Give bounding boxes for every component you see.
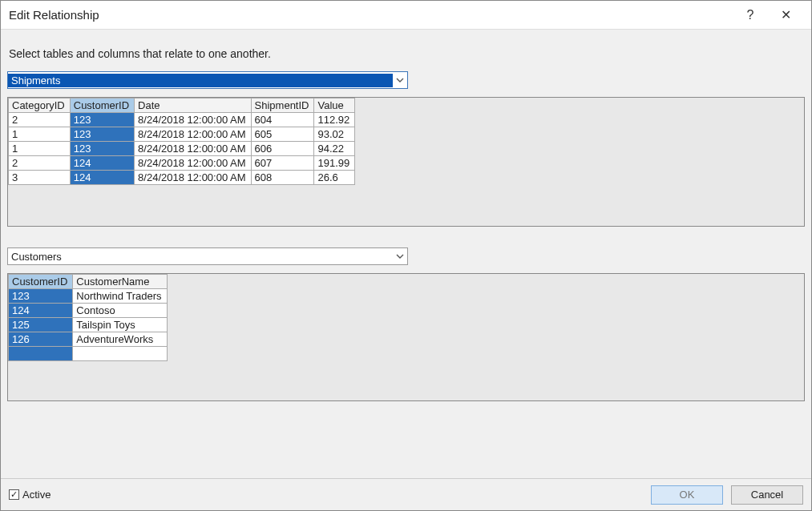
cancel-button[interactable]: Cancel xyxy=(731,485,803,505)
table-row[interactable]: 2 124 8/24/2018 12:00:00 AM 607 191.99 xyxy=(9,156,355,171)
table-row[interactable]: 3 124 8/24/2018 12:00:00 AM 608 26.6 xyxy=(9,171,355,185)
col-categoryid[interactable]: CategoryID xyxy=(9,99,71,113)
table-header-row: CategoryID CustomerID Date ShipmentID Va… xyxy=(9,99,355,113)
related-table[interactable]: CustomerID CustomerName 123 Northwind Tr… xyxy=(8,274,168,361)
related-table-combo-text: Customers xyxy=(8,250,393,264)
chevron-down-icon xyxy=(393,76,407,84)
table-row[interactable]: 125 Tailspin Toys xyxy=(9,318,168,332)
chevron-down-icon xyxy=(393,252,407,260)
edit-relationship-dialog: Edit Relationship ? ✕ Select tables and … xyxy=(0,0,812,511)
col-customerid[interactable]: CustomerID xyxy=(70,99,134,113)
close-icon: ✕ xyxy=(781,7,791,22)
table-row[interactable]: 1 123 8/24/2018 12:00:00 AM 605 93.02 xyxy=(9,127,355,142)
checkbox-icon: ✓ xyxy=(9,489,19,500)
col-date[interactable]: Date xyxy=(135,99,251,113)
table-row[interactable] xyxy=(9,347,168,361)
table-header-row: CustomerID CustomerName xyxy=(9,275,168,289)
help-icon: ? xyxy=(747,8,754,22)
table-row[interactable]: 2 123 8/24/2018 12:00:00 AM 604 112.92 xyxy=(9,113,355,127)
help-button[interactable]: ? xyxy=(733,1,768,30)
instruction-text: Select tables and columns that relate to… xyxy=(9,47,805,60)
active-checkbox[interactable]: ✓ Active xyxy=(9,489,50,501)
primary-table-combo-text: Shipments xyxy=(8,74,393,87)
col-value[interactable]: Value xyxy=(314,99,355,113)
dialog-footer: ✓ Active OK Cancel xyxy=(1,478,811,510)
dialog-content: Select tables and columns that relate to… xyxy=(1,30,811,478)
related-table-grid[interactable]: CustomerID CustomerName 123 Northwind Tr… xyxy=(7,273,805,401)
primary-table[interactable]: CategoryID CustomerID Date ShipmentID Va… xyxy=(8,98,355,185)
col-customername[interactable]: CustomerName xyxy=(73,275,167,289)
active-checkbox-label: Active xyxy=(22,489,50,501)
col-customerid[interactable]: CustomerID xyxy=(9,275,73,289)
table-row[interactable]: 1 123 8/24/2018 12:00:00 AM 606 94.22 xyxy=(9,142,355,156)
close-button[interactable]: ✕ xyxy=(768,1,803,30)
col-shipmentid[interactable]: ShipmentID xyxy=(251,99,314,113)
primary-table-combo[interactable]: Shipments xyxy=(7,71,408,89)
related-table-combo[interactable]: Customers xyxy=(7,247,408,265)
ok-button[interactable]: OK xyxy=(651,485,723,505)
primary-table-grid[interactable]: CategoryID CustomerID Date ShipmentID Va… xyxy=(7,97,805,227)
titlebar: Edit Relationship ? ✕ xyxy=(1,1,811,30)
dialog-title: Edit Relationship xyxy=(9,8,733,22)
table-row[interactable]: 124 Contoso xyxy=(9,304,168,318)
table-row[interactable]: 123 Northwind Traders xyxy=(9,289,168,304)
table-row[interactable]: 126 AdventureWorks xyxy=(9,332,168,347)
